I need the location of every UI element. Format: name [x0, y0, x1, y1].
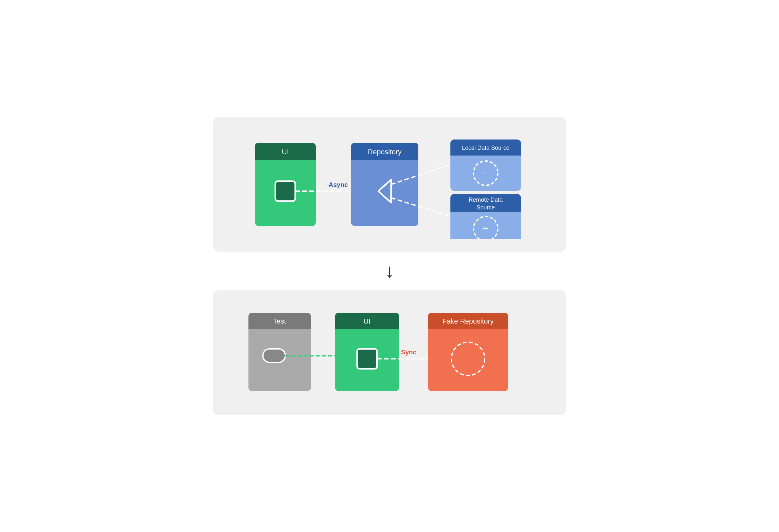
ui-label-bottom: UI [364, 317, 371, 325]
svg-text:←: ← [481, 223, 490, 233]
local-datasource-label: Local Data Source [462, 144, 510, 151]
remote-datasource-label-line2: Source [476, 204, 495, 211]
sync-label: Sync [401, 349, 416, 356]
fake-repo-label: Fake Repository [442, 317, 494, 325]
top-diagram: UI Async Repository [213, 117, 566, 252]
bottom-diagram: Test UI Sync ← Fake Repository [213, 290, 566, 415]
diagram-container: UI Async Repository [213, 117, 566, 415]
down-arrow: ↓ [385, 261, 394, 281]
test-label: Test [273, 317, 286, 325]
repo-label-top: Repository [368, 148, 401, 156]
remote-datasource-label-line1: Remote Data [469, 196, 503, 203]
svg-text:←: ← [481, 168, 490, 177]
ui-label-top: UI [282, 148, 289, 156]
top-diagram-svg: UI Async Repository [245, 130, 534, 239]
async-label: Async [328, 181, 348, 188]
svg-rect-29 [357, 349, 377, 369]
svg-rect-3 [276, 181, 295, 201]
svg-rect-24 [263, 349, 285, 362]
bottom-diagram-svg: Test UI Sync ← Fake Repository [245, 303, 534, 403]
